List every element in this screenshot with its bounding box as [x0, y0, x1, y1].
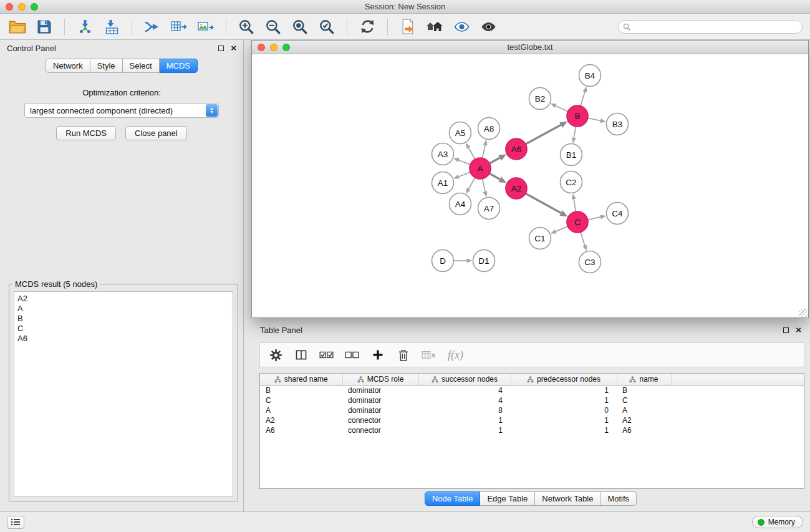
node-B3[interactable]: B3	[607, 114, 629, 135]
create-column-button[interactable]	[370, 347, 386, 363]
tab-mcds[interactable]: MCDS	[160, 59, 198, 73]
edge-C-C2[interactable]	[574, 199, 576, 211]
open-session-button[interactable]	[6, 17, 29, 37]
edge-B-B4[interactable]	[581, 92, 585, 106]
network-window-titlebar[interactable]: testGlobe.txt	[252, 41, 808, 54]
mcds-result-list[interactable]: A2ABCA6	[14, 291, 233, 496]
zoom-network-window-button[interactable]	[282, 44, 290, 51]
node-C[interactable]: C	[567, 211, 588, 233]
edge-A6-B[interactable]	[526, 125, 561, 144]
unselect-all-columns-button[interactable]	[344, 347, 360, 363]
column-header-mcds-role[interactable]: MCDS role	[342, 374, 418, 385]
node-A2[interactable]: A2	[506, 178, 527, 199]
node-A7[interactable]: A7	[478, 198, 500, 220]
edge-C-C3[interactable]	[581, 232, 585, 246]
node-A6[interactable]: A6	[506, 138, 527, 160]
close-network-window-button[interactable]	[258, 44, 265, 51]
minimize-window-button[interactable]	[18, 3, 26, 11]
memory-button[interactable]: Memory	[752, 516, 803, 528]
show-column-button[interactable]	[293, 347, 309, 363]
edge-C-C1[interactable]	[556, 226, 567, 231]
search-input[interactable]	[618, 20, 803, 34]
node-table[interactable]: shared nameMCDS rolesuccessor nodesprede…	[259, 373, 804, 489]
node-A1[interactable]: A1	[432, 172, 454, 194]
node-B4[interactable]: B4	[579, 65, 601, 87]
toggle-visibility-button[interactable]	[477, 17, 499, 37]
select-all-columns-button[interactable]	[319, 347, 335, 363]
table-row[interactable]: A6connector11A6	[260, 425, 804, 435]
column-header-name[interactable]: name	[617, 374, 671, 385]
node-A5[interactable]: A5	[450, 122, 471, 144]
tab-network-table[interactable]: Network Table	[535, 491, 600, 506]
zoom-out-button[interactable]	[262, 17, 284, 37]
node-B1[interactable]: B1	[561, 144, 582, 166]
table-row[interactable]: Cdominator41C	[260, 395, 804, 405]
close-table-panel-icon[interactable]: ×	[796, 326, 801, 334]
optimization-dropdown[interactable]: largest connected component (directed) ▲…	[24, 103, 219, 118]
edge-A-A4[interactable]	[469, 178, 475, 189]
node-B[interactable]: B	[567, 105, 588, 127]
edge-A-A2[interactable]	[489, 173, 500, 179]
export-image-button[interactable]	[195, 17, 217, 37]
task-history-button[interactable]	[7, 516, 24, 529]
node-A[interactable]: A	[470, 158, 491, 179]
show-graphics-details-button[interactable]	[450, 17, 473, 37]
edge-A2-C[interactable]	[526, 193, 561, 213]
node-C4[interactable]: C4	[607, 203, 629, 225]
edge-B-B1[interactable]	[574, 127, 576, 138]
result-item[interactable]: B	[17, 314, 229, 324]
close-window-button[interactable]	[6, 3, 13, 11]
node-A4[interactable]: A4	[450, 193, 471, 215]
float-table-panel-icon[interactable]	[783, 327, 789, 333]
edge-B-B2[interactable]	[556, 106, 568, 112]
export-web-page-button[interactable]	[397, 17, 419, 37]
node-C3[interactable]: C3	[579, 251, 601, 273]
node-C1[interactable]: C1	[529, 228, 551, 249]
close-panel-button[interactable]: Close panel	[125, 126, 187, 140]
edge-C-C4[interactable]	[588, 217, 601, 220]
result-item[interactable]: A6	[17, 334, 229, 344]
edge-A-A8[interactable]	[483, 145, 486, 158]
network-canvas[interactable]: B4B2BB3A5A8A6A3B1AA1C2A2A4A7CC4C1C3DD1	[252, 55, 808, 317]
result-item[interactable]: A	[17, 304, 229, 314]
column-header-predecessor-nodes[interactable]: predecessor nodes	[511, 374, 617, 385]
node-D[interactable]: D	[432, 250, 454, 272]
edge-A-A1[interactable]	[459, 172, 470, 177]
column-header-shared-name[interactable]: shared name	[260, 374, 342, 385]
minimize-network-window-button[interactable]	[270, 44, 277, 51]
node-A3[interactable]: A3	[432, 143, 454, 165]
column-header-successor-nodes[interactable]: successor nodes	[418, 374, 511, 385]
delete-column-button[interactable]	[395, 347, 412, 363]
tab-style[interactable]: Style	[90, 59, 123, 73]
result-item[interactable]: C	[17, 324, 229, 334]
node-A8[interactable]: A8	[478, 118, 500, 140]
save-session-button[interactable]	[33, 17, 55, 37]
export-table-button[interactable]	[168, 17, 190, 37]
resize-grip[interactable]	[799, 309, 808, 317]
node-C2[interactable]: C2	[561, 172, 582, 193]
edge-A-A3[interactable]	[459, 160, 470, 165]
tab-motifs[interactable]: Motifs	[600, 491, 637, 506]
tab-select[interactable]: Select	[123, 59, 160, 73]
import-table-button[interactable]	[100, 17, 123, 37]
import-network-button[interactable]	[74, 17, 96, 37]
zoom-window-button[interactable]	[31, 3, 38, 11]
tab-network[interactable]: Network	[46, 59, 90, 73]
zoom-fit-button[interactable]	[289, 17, 311, 37]
edge-A-A5[interactable]	[469, 148, 475, 159]
float-panel-icon[interactable]	[218, 46, 224, 51]
tab-edge-table[interactable]: Edge Table	[480, 491, 535, 506]
refresh-view-button[interactable]	[356, 17, 378, 37]
table-row[interactable]: Adominator80A	[260, 405, 804, 415]
table-row[interactable]: Bdominator41B	[260, 385, 804, 395]
table-row[interactable]: A2connector11A2	[260, 415, 804, 425]
zoom-selected-button[interactable]	[316, 17, 338, 37]
node-B2[interactable]: B2	[529, 88, 551, 110]
close-panel-icon[interactable]: ×	[231, 44, 236, 52]
tab-node-table[interactable]: Node Table	[425, 491, 481, 506]
result-item[interactable]: A2	[17, 294, 229, 304]
table-settings-button[interactable]	[268, 347, 284, 363]
export-network-button[interactable]	[141, 17, 163, 37]
node-D1[interactable]: D1	[473, 250, 495, 272]
edge-B-B3[interactable]	[588, 118, 600, 120]
